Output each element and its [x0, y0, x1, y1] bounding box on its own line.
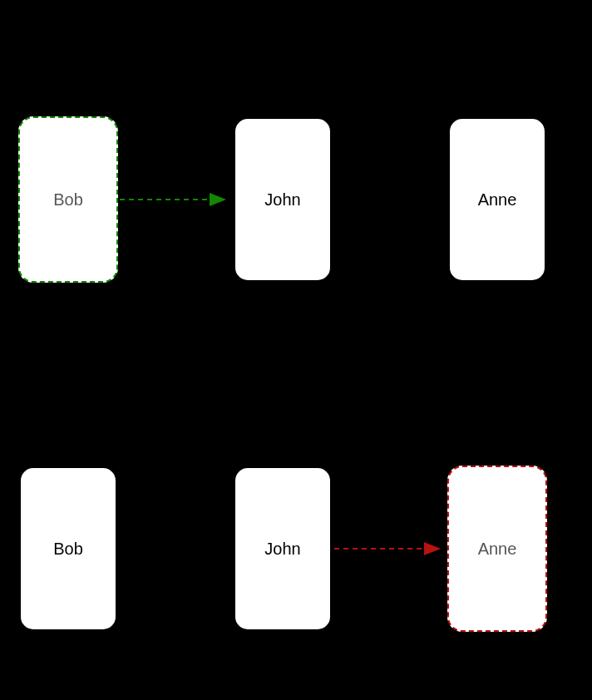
- node-label: John: [264, 540, 300, 559]
- arrow-top: [118, 191, 234, 208]
- node-john-bottom: John: [233, 466, 333, 632]
- node-john-top: John: [233, 116, 333, 283]
- node-bob-top: Bob: [18, 116, 118, 283]
- node-label: Anne: [478, 190, 517, 210]
- node-anne-bottom: Anne: [447, 466, 547, 632]
- node-label: Bob: [53, 540, 83, 559]
- diagram-canvas: Bob John Anne Bob John Anne: [0, 0, 592, 700]
- node-bob-bottom: Bob: [18, 466, 118, 632]
- node-label: Bob: [53, 190, 83, 210]
- node-label: Anne: [478, 540, 517, 559]
- arrow-bottom: [333, 540, 449, 557]
- node-label: John: [264, 190, 300, 210]
- node-anne-top: Anne: [447, 116, 547, 283]
